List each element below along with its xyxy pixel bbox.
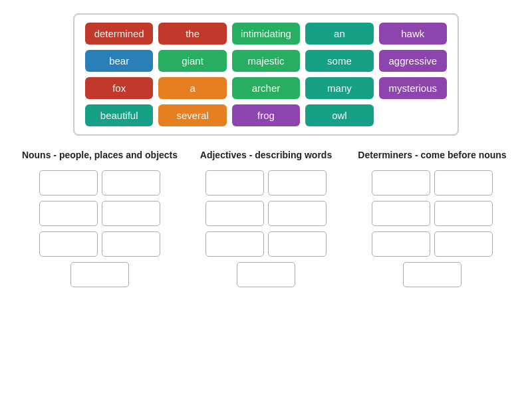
word-tile-a[interactable]: a xyxy=(158,77,226,99)
determiners-row-1 xyxy=(372,170,493,196)
adjectives-row-2 xyxy=(205,201,327,226)
word-tile-some[interactable]: some xyxy=(305,50,373,72)
category-determiners-title: Determiners - come before nouns xyxy=(358,149,506,162)
category-nouns: Nouns - people, places and objects xyxy=(20,149,180,289)
word-tile-several[interactable]: several xyxy=(158,104,226,126)
category-determiners: Determiners - come before nouns xyxy=(352,149,512,289)
nouns-drop-3[interactable] xyxy=(39,201,98,226)
word-tile-determined[interactable]: determined xyxy=(85,23,153,45)
word-tile-an[interactable]: an xyxy=(305,23,373,45)
nouns-row-1 xyxy=(39,170,160,196)
word-tile-fox[interactable]: fox xyxy=(85,77,153,99)
adjectives-drop-1[interactable] xyxy=(205,170,264,196)
adjectives-row-4 xyxy=(237,262,295,287)
word-tile-many[interactable]: many xyxy=(305,77,373,99)
word-tile-aggressive[interactable]: aggressive xyxy=(379,50,447,72)
determiners-row-4 xyxy=(403,262,462,287)
adjectives-drop-6[interactable] xyxy=(268,231,327,257)
determiners-drop-4[interactable] xyxy=(434,201,493,226)
nouns-row-4 xyxy=(70,262,129,287)
adjectives-drop-4[interactable] xyxy=(268,201,327,226)
word-tile-the[interactable]: the xyxy=(158,23,226,45)
nouns-drop-5[interactable] xyxy=(39,231,98,257)
category-adjectives-title: Adjectives - describing words xyxy=(200,149,332,162)
nouns-row-3 xyxy=(39,231,160,257)
adjectives-row-1 xyxy=(205,170,327,196)
categories-container: Nouns - people, places and objects Adjec… xyxy=(20,149,512,289)
adjectives-drop-7[interactable] xyxy=(237,262,295,287)
determiners-drop-6[interactable] xyxy=(434,231,493,257)
adjectives-drop-3[interactable] xyxy=(205,201,264,226)
nouns-drop-1[interactable] xyxy=(39,170,98,196)
determiners-row-2 xyxy=(372,201,493,226)
adjectives-drop-5[interactable] xyxy=(205,231,264,257)
word-tile-mysterious[interactable]: mysterious xyxy=(379,77,447,99)
word-tile-hawk[interactable]: hawk xyxy=(379,23,447,45)
word-tile-frog[interactable]: frog xyxy=(232,104,300,126)
word-tile-archer[interactable]: archer xyxy=(232,77,300,99)
adjectives-row-3 xyxy=(205,231,327,257)
word-tile-owl[interactable]: owl xyxy=(305,104,373,126)
word-tile-bear[interactable]: bear xyxy=(85,50,153,72)
determiners-row-3 xyxy=(372,231,493,257)
category-nouns-title: Nouns - people, places and objects xyxy=(22,149,178,162)
adjectives-drop-2[interactable] xyxy=(268,170,327,196)
nouns-drop-7[interactable] xyxy=(70,262,129,287)
category-adjectives: Adjectives - describing words xyxy=(186,149,346,289)
nouns-drop-6[interactable] xyxy=(102,231,160,257)
determiners-drop-7[interactable] xyxy=(403,262,462,287)
nouns-row-2 xyxy=(39,201,160,226)
word-tile-beautiful[interactable]: beautiful xyxy=(85,104,153,126)
determiners-drop-5[interactable] xyxy=(372,231,430,257)
word-tile-giant[interactable]: giant xyxy=(158,50,226,72)
determiners-drop-2[interactable] xyxy=(434,170,493,196)
determiners-drop-1[interactable] xyxy=(372,170,430,196)
word-tile-majestic[interactable]: majestic xyxy=(232,50,300,72)
determiners-drop-3[interactable] xyxy=(372,201,430,226)
word-tile-intimidating[interactable]: intimidating xyxy=(232,23,300,45)
nouns-drop-4[interactable] xyxy=(102,201,160,226)
word-bank: determinedtheintimidatinganhawkbeargiant… xyxy=(73,13,459,136)
nouns-drop-2[interactable] xyxy=(102,170,160,196)
